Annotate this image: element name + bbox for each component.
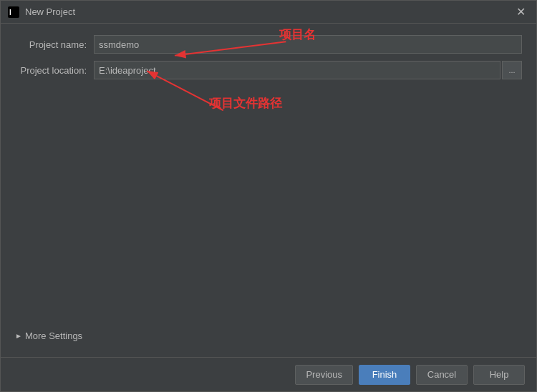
- project-location-input[interactable]: [94, 61, 500, 79]
- project-name-label: Project name:: [15, 39, 94, 50]
- svg-text:I: I: [9, 9, 11, 16]
- project-location-row: Project location: ...: [15, 61, 522, 79]
- content-spacer: [15, 87, 522, 326]
- dialog-content: Project name: Project location: ... 项目名 …: [1, 24, 536, 357]
- more-settings-arrow-icon: ►: [15, 332, 22, 340]
- help-button[interactable]: Help: [473, 365, 525, 385]
- previous-button[interactable]: Previous: [295, 365, 353, 385]
- new-project-dialog: I New Project ✕ Project name: Project lo…: [0, 0, 537, 392]
- app-icon: I: [8, 6, 19, 18]
- finish-button[interactable]: Finish: [359, 365, 410, 385]
- dialog-footer: Previous Finish Cancel Help: [1, 357, 536, 391]
- project-name-input[interactable]: [94, 35, 522, 54]
- title-bar: I New Project ✕: [1, 1, 536, 24]
- browse-button[interactable]: ...: [502, 61, 522, 79]
- cancel-button[interactable]: Cancel: [416, 365, 468, 385]
- more-settings-label: More Settings: [25, 330, 82, 341]
- dialog-title: New Project: [25, 6, 512, 17]
- close-button[interactable]: ✕: [512, 4, 529, 21]
- more-settings-toggle[interactable]: ► More Settings: [15, 326, 522, 346]
- project-name-row: Project name:: [15, 35, 522, 54]
- project-location-label: Project location:: [15, 65, 94, 76]
